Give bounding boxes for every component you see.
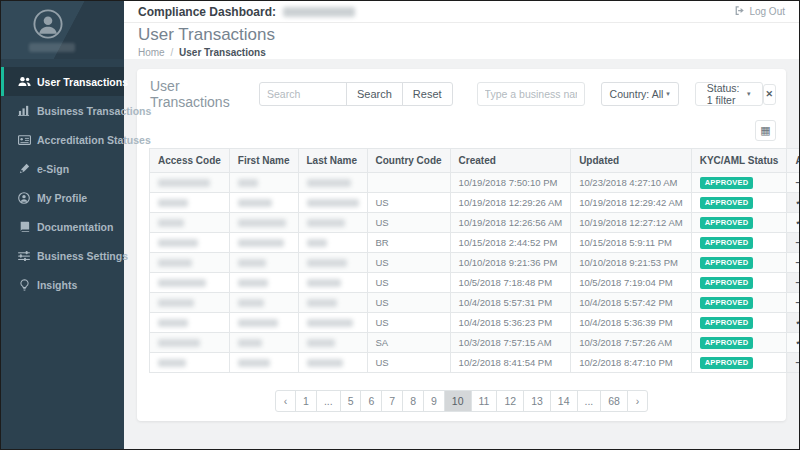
sidebar-item-insights[interactable]: Insights bbox=[1, 270, 124, 299]
redacted-cell bbox=[298, 193, 367, 213]
redacted-cell bbox=[229, 213, 298, 233]
sidebar-item-e-sign[interactable]: e-Sign bbox=[1, 154, 124, 183]
table-row: SA10/3/2018 7:57:15 AM10/3/2018 7:57:26 … bbox=[150, 333, 800, 353]
search-input[interactable] bbox=[259, 82, 347, 106]
chevron-down-icon: ▾ bbox=[747, 90, 751, 98]
business-name-input[interactable] bbox=[477, 82, 585, 106]
page-button-next[interactable]: › bbox=[627, 390, 648, 412]
redacted-cell bbox=[150, 333, 230, 353]
accredited-cell: ✔DOCS SUBMITTED bbox=[787, 193, 800, 213]
country-code-cell: BR bbox=[367, 233, 450, 253]
page-button-prev[interactable]: ‹ bbox=[275, 390, 296, 412]
status-filter-button[interactable]: Status: 1 filter ▾ bbox=[695, 82, 763, 106]
pen-icon bbox=[17, 163, 31, 175]
page-button-1[interactable]: 1 bbox=[295, 390, 317, 412]
redacted-cell bbox=[298, 233, 367, 253]
created-cell: 10/19/2018 12:26:56 AM bbox=[450, 213, 571, 233]
table-tools: ▦ bbox=[147, 120, 776, 141]
redacted-cell bbox=[229, 273, 298, 293]
redacted-cell bbox=[229, 333, 298, 353]
country-select[interactable]: Country: All ▾ bbox=[601, 82, 679, 106]
page-button-5[interactable]: 5 bbox=[340, 390, 362, 412]
kyc-status-cell: APPROVED bbox=[691, 353, 787, 373]
sidebar-item-label: Business Settings bbox=[37, 250, 128, 262]
created-cell: 10/15/2018 2:44:52 PM bbox=[450, 233, 571, 253]
redacted-cell bbox=[150, 193, 230, 213]
redacted-cell bbox=[298, 273, 367, 293]
updated-cell: 10/4/2018 5:36:39 PM bbox=[571, 313, 692, 333]
check-icon: ✔ bbox=[795, 217, 800, 227]
sidebar-item-documentation[interactable]: Documentation bbox=[1, 212, 124, 241]
page-button-13[interactable]: 13 bbox=[523, 390, 551, 412]
created-cell: 10/10/2018 9:21:36 PM bbox=[450, 253, 571, 273]
redacted-cell bbox=[298, 353, 367, 373]
kyc-status-cell: APPROVED bbox=[691, 233, 787, 253]
dash-icon: – bbox=[795, 177, 800, 188]
page-button-12[interactable]: 12 bbox=[496, 390, 524, 412]
accredited-cell: ✔NO DOCS bbox=[787, 213, 800, 233]
accredited-cell: ✔DOCS VERIFIED bbox=[787, 313, 800, 333]
redacted-cell bbox=[298, 313, 367, 333]
kyc-status-cell: APPROVED bbox=[691, 193, 787, 213]
updated-cell: 10/23/2018 4:27:10 AM bbox=[571, 173, 692, 193]
created-cell: 10/3/2018 7:57:15 AM bbox=[450, 333, 571, 353]
updated-cell: 10/2/2018 8:47:10 PM bbox=[571, 353, 692, 373]
updated-cell: 10/3/2018 7:57:26 AM bbox=[571, 333, 692, 353]
country-code-cell: US bbox=[367, 273, 450, 293]
status-badge: APPROVED bbox=[700, 297, 754, 310]
user-circle-icon bbox=[17, 192, 31, 204]
page-button-10[interactable]: 10 bbox=[444, 390, 472, 412]
page-button-7[interactable]: 7 bbox=[381, 390, 403, 412]
created-cell: 10/4/2018 5:36:23 PM bbox=[450, 313, 571, 333]
page-button-ellipsis[interactable]: ... bbox=[577, 390, 602, 412]
reset-button[interactable]: Reset bbox=[402, 82, 453, 106]
page-button-68[interactable]: 68 bbox=[600, 390, 628, 412]
country-code-cell: SA bbox=[367, 333, 450, 353]
created-cell: 10/19/2018 12:29:26 AM bbox=[450, 193, 571, 213]
redacted-cell bbox=[229, 293, 298, 313]
redacted-cell bbox=[298, 253, 367, 273]
page-button-6[interactable]: 6 bbox=[360, 390, 382, 412]
table-row: US10/4/2018 5:57:31 PM10/4/2018 5:57:42 … bbox=[150, 293, 800, 313]
breadcrumb-home[interactable]: Home bbox=[138, 47, 165, 58]
page-button-11[interactable]: 11 bbox=[471, 390, 498, 412]
kyc-status-cell: APPROVED bbox=[691, 313, 787, 333]
logout-link[interactable]: Log Out bbox=[735, 6, 785, 17]
dash-icon: – bbox=[795, 257, 800, 268]
sidebar-profile bbox=[1, 1, 124, 59]
country-code-cell: US bbox=[367, 213, 450, 233]
logout-icon bbox=[735, 6, 745, 17]
page-button-9[interactable]: 9 bbox=[423, 390, 445, 412]
topbar: Compliance Dashboard: Log Out bbox=[124, 1, 799, 23]
accredited-cell: – bbox=[787, 253, 800, 273]
redacted-cell bbox=[229, 233, 298, 253]
breadcrumb: Home / User Transactions bbox=[138, 47, 785, 58]
dash-icon: – bbox=[795, 237, 800, 248]
sidebar-item-label: e-Sign bbox=[37, 163, 69, 175]
sidebar-item-label: Documentation bbox=[37, 221, 113, 233]
redacted-cell bbox=[150, 273, 230, 293]
book-icon bbox=[17, 221, 31, 233]
sidebar-item-user-transactions[interactable]: User Transactions bbox=[1, 67, 124, 96]
updated-cell: 10/4/2018 5:57:42 PM bbox=[571, 293, 692, 313]
sidebar-item-business-settings[interactable]: Business Settings bbox=[1, 241, 124, 270]
accredited-cell: – bbox=[787, 233, 800, 253]
page-button-ellipsis[interactable]: ... bbox=[316, 390, 341, 412]
page-button-8[interactable]: 8 bbox=[402, 390, 424, 412]
page-button-14[interactable]: 14 bbox=[550, 390, 578, 412]
sidebar-item-accreditation-statuses[interactable]: Accreditation Statuses bbox=[1, 125, 124, 154]
clear-filters-button[interactable]: ✕ bbox=[763, 84, 776, 105]
redacted-cell bbox=[229, 313, 298, 333]
column-settings-button[interactable]: ▦ bbox=[755, 120, 776, 141]
close-icon: ✕ bbox=[766, 89, 774, 99]
redacted-cell bbox=[298, 333, 367, 353]
created-cell: 10/4/2018 5:57:31 PM bbox=[450, 293, 571, 313]
sidebar-item-business-transactions[interactable]: Business Transactions bbox=[1, 96, 124, 125]
logout-label: Log Out bbox=[749, 6, 785, 17]
redacted-cell bbox=[150, 253, 230, 273]
search-button[interactable]: Search bbox=[346, 82, 403, 106]
table-row: US10/2/2018 8:41:54 PM10/2/2018 8:47:10 … bbox=[150, 353, 800, 373]
kyc-status-cell: APPROVED bbox=[691, 173, 787, 193]
page-header: User Transactions Home / User Transactio… bbox=[124, 23, 799, 59]
sidebar-item-my-profile[interactable]: My Profile bbox=[1, 183, 124, 212]
